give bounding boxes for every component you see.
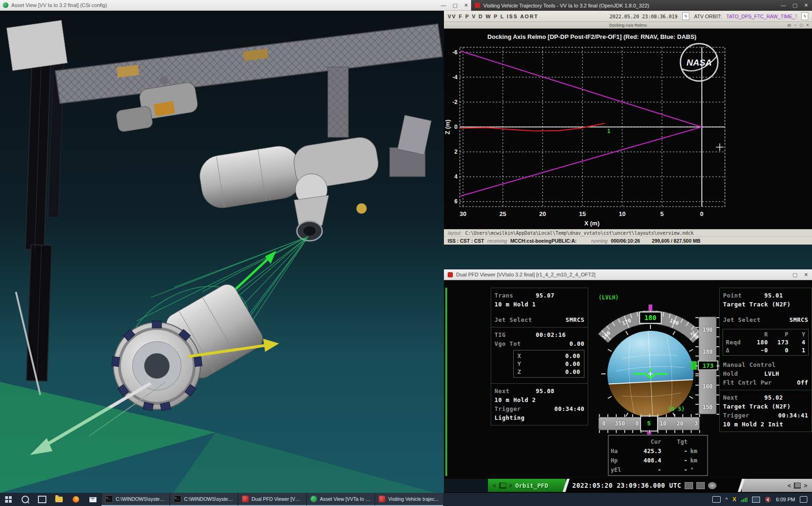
svg-text:Docking Axis Relmo [DP-DP Post: Docking Axis Relmo [DP-DP Post-IF2/Pre-O… <box>487 33 696 40</box>
x-axis-label: X <box>517 352 521 359</box>
trajectory-title: Visiting Vehicle Trajectory Tools - VV I… <box>483 3 649 8</box>
show-hidden-icons[interactable]: ^ <box>725 497 728 502</box>
svg-text:4: 4 <box>454 173 458 180</box>
tab-prev-arrow[interactable]: < <box>788 482 791 489</box>
yaw-tape-label: 350 <box>615 420 625 427</box>
maximize-button[interactable]: ▢ <box>792 3 797 8</box>
svg-text:X (m): X (m) <box>584 220 600 227</box>
display-tray-icon[interactable] <box>752 497 760 503</box>
taskbar-app-label: Visiting Vehicle trajec... <box>388 496 439 502</box>
orbit-parameters-table: CurTgt Ha425.3-km Hp408.4-km yEl--° <box>608 435 708 476</box>
pfd-app-icon <box>448 272 453 277</box>
relmo-chart[interactable]: Docking Axis Relmo [DP-DP Post-IF2/Pre-O… <box>444 29 812 229</box>
z-axis-value: 0.00 <box>565 368 580 375</box>
pitch-tape-label: 150 <box>699 404 716 410</box>
trans-label: Trans <box>495 292 536 299</box>
tig-label: TIG <box>495 331 536 338</box>
yaw-tape-label: 20 <box>677 420 683 427</box>
taskbar-clock: 6:09 PM <box>776 497 795 502</box>
taskbar-app-button[interactable]: C:\WINDOWS\system... <box>101 493 170 506</box>
ha-unit: km <box>690 447 708 454</box>
network-icon[interactable] <box>696 482 705 489</box>
taskbar-app-button[interactable]: Asset View [VVTa Io 3... <box>306 493 375 506</box>
ha-cur: 425.3 <box>628 447 664 454</box>
maximize-button[interactable]: ▢ <box>792 272 797 277</box>
delta-label: Δ <box>726 347 747 354</box>
pfd-right-panel: Point95.01 Target Track (N2F) Jet Select… <box>719 288 812 432</box>
roll-header: R <box>747 331 768 338</box>
cur-header: Cur <box>628 438 664 445</box>
next-value: 95.08 <box>536 387 554 394</box>
network-signal-icon[interactable] <box>741 497 747 502</box>
x-axis-value: 0.00 <box>565 352 580 359</box>
toolbar-mode-buttons[interactable]: VV F P V D W P L ISS AORT <box>448 14 539 19</box>
toolbar-timestamp: 2022.05.20 23:08:36.019 <box>610 14 678 19</box>
minimize-button[interactable]: — <box>781 3 786 8</box>
trajectory-toolbar: VV F P V D W P L ISS AORT 2022.05.20 23:… <box>444 11 812 22</box>
jet-select-label: Jet Select <box>723 316 760 323</box>
svg-text:NASA: NASA <box>687 58 712 67</box>
console-app-icon <box>105 495 113 503</box>
yaw-tape[interactable]: 5 0350010203 <box>598 417 700 430</box>
desktop: Asset View [VV Ia Io 3.2 final] (CSi con… <box>0 0 812 506</box>
z-axis-label: Z <box>517 368 521 375</box>
layout-path: C:\Users\mcwilkin\AppData\Local\Temp\dna… <box>465 231 694 236</box>
close-button[interactable]: ✕ <box>804 3 808 8</box>
tab-next-arrow[interactable]: > <box>804 482 807 489</box>
pitch-tape[interactable]: 173 190180160150 <box>699 317 716 414</box>
heading-magenta-bug <box>649 305 652 311</box>
layout-label: layout: <box>448 231 461 236</box>
tig-value: 00:02:16 <box>536 331 566 338</box>
close-button[interactable]: ✕ <box>804 272 808 277</box>
mail-button[interactable] <box>84 493 101 506</box>
svg-text:0: 0 <box>454 124 458 130</box>
delta-pitch: 0 <box>768 347 789 354</box>
trigger-label: Trigger <box>723 412 749 419</box>
windows-start-icon <box>5 496 12 503</box>
file-explorer-button[interactable] <box>51 493 67 506</box>
source-spinner-icon[interactable]: ⇅ <box>801 12 808 20</box>
windows-taskbar: C:\WINDOWS\system...C:\WINDOWS\system...… <box>0 493 812 506</box>
language-bar-icon[interactable] <box>712 496 721 503</box>
time-spinner-icon[interactable]: ⇅ <box>682 12 689 20</box>
panel-window-icons[interactable]: ▤ ─ ▢ ✕ <box>788 22 810 29</box>
delta-roll: -0 <box>747 347 768 354</box>
search-button[interactable] <box>17 493 34 506</box>
yaw-header: Y <box>789 331 805 338</box>
asset-view-titlebar[interactable]: Asset View [VV Ia Io 3.2 final] (CSi con… <box>0 0 471 11</box>
receiving-label: receiving <box>487 238 507 244</box>
yel-tgt: - <box>664 466 690 473</box>
svg-text:10: 10 <box>619 210 626 217</box>
excel-tray-icon[interactable]: X <box>732 496 736 503</box>
vgo-value: 0.00 <box>569 340 584 347</box>
settings-gear-icon[interactable] <box>708 482 716 489</box>
pfd-tab-spare[interactable]: < > <box>742 479 812 492</box>
next-mode: Target Track (N2F) <box>723 403 790 410</box>
taskbar-app-button[interactable]: C:\WINDOWS\system... <box>170 493 238 506</box>
taskbar-app-button[interactable]: Visiting Vehicle trajec... <box>375 493 443 506</box>
red-app-icon <box>242 496 249 502</box>
hp-label: Hp <box>611 457 628 464</box>
taskbar-app-button[interactable]: Dual PFD Viewer [VVT... <box>238 493 306 506</box>
tab-next-arrow[interactable]: > <box>509 482 513 489</box>
task-view-button[interactable] <box>34 493 51 506</box>
tab-label: Orbit_PFD <box>515 482 548 489</box>
pfd-tab-orbit[interactable]: < > Orbit_PFD <box>488 479 566 492</box>
reqd-label: Reqd <box>726 339 747 346</box>
running-label: running <box>591 238 607 244</box>
yel-label: yEl <box>611 466 628 473</box>
relmo-panel-title: Docking Axis Relmo <box>609 23 647 28</box>
display-icon[interactable] <box>685 482 693 489</box>
tab-prev-arrow[interactable]: < <box>493 482 496 489</box>
reqd-pitch: 173 <box>768 339 789 346</box>
browser-button[interactable] <box>67 493 84 506</box>
action-center-icon[interactable] <box>800 496 807 503</box>
volume-muted-icon[interactable]: 🔇 <box>765 497 771 503</box>
relmo-panel-header[interactable]: Docking Axis Relmo ▤ ─ ▢ ✕ <box>444 22 812 29</box>
connection-id: ISS : CST : CST <box>448 238 484 244</box>
pfd-titlebar[interactable]: Dual PFD Viewer [VVIaIo 3.2 final] [r1_4… <box>444 269 812 280</box>
telemetry-source-dropdown[interactable]: TATO_DPS_FTC_RAW_TIME_T... <box>726 14 797 19</box>
trajectory-titlebar[interactable]: Visiting Vehicle Trajectory Tools - VV I… <box>471 0 812 11</box>
yaw-tape-label: 0 <box>635 420 639 427</box>
start-button[interactable] <box>0 493 17 506</box>
